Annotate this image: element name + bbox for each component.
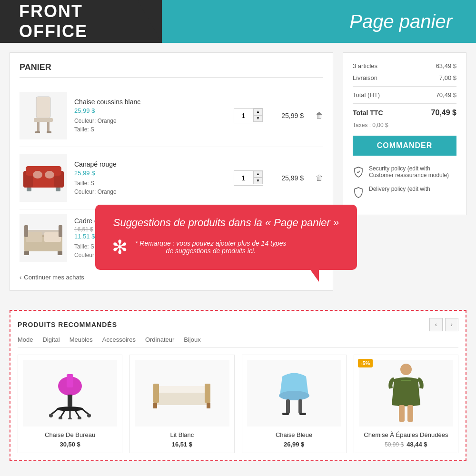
qty-down[interactable]: ▼ xyxy=(253,178,263,184)
discount-badge: -5% xyxy=(358,359,373,367)
page-title: Page panier xyxy=(349,11,452,32)
tooltip-overlay: Suggestions de produits dans la « Page p… xyxy=(95,205,357,270)
svg-rect-9 xyxy=(26,166,61,176)
livraison-row: Livraison 7,00 $ xyxy=(353,74,456,81)
svg-point-48 xyxy=(400,364,412,375)
header-left: FRONT OFFICE xyxy=(0,0,162,43)
product-price: 26,99 $ xyxy=(247,441,341,448)
sofa-red-icon xyxy=(21,161,66,195)
livraison-value: 7,00 $ xyxy=(439,74,456,81)
delivery-policy: Delivery policy (edit with xyxy=(353,186,456,198)
qty-down[interactable]: ▼ xyxy=(253,115,263,122)
qty-wrapper: 1 ▲ ▼ xyxy=(234,108,263,123)
cart-item-attr: Couleur: OrangeTaille: S xyxy=(74,117,227,134)
svg-rect-2 xyxy=(37,122,40,132)
svg-rect-20 xyxy=(24,225,28,237)
cart-item-details: Canapé rouge 25,99 $ Taille: SCouleur: O… xyxy=(74,160,227,196)
svg-point-12 xyxy=(33,171,42,178)
product-image xyxy=(359,360,453,426)
bed-white-icon xyxy=(151,374,213,412)
product-price: 16,51 $ xyxy=(135,441,229,448)
nav-prev-button[interactable]: ‹ xyxy=(429,318,443,331)
qty-number: 1 xyxy=(234,171,253,185)
svg-rect-19 xyxy=(58,251,62,255)
product-image xyxy=(135,360,229,426)
svg-point-13 xyxy=(45,171,54,178)
articles-row: 3 articles 63,49 $ xyxy=(353,62,456,69)
product-card: -5% Chemise À Épaules Dénudées 50,99 $ 4… xyxy=(354,355,458,453)
truck-icon xyxy=(353,187,364,198)
svg-rect-10 xyxy=(27,188,31,191)
tab-meubles[interactable]: Meubles xyxy=(69,336,93,343)
svg-point-34 xyxy=(87,414,91,417)
product-card: Chaise Bleue 26,99 $ xyxy=(242,355,347,453)
svg-rect-46 xyxy=(299,413,306,415)
svg-line-27 xyxy=(75,410,79,417)
svg-rect-50 xyxy=(407,405,413,422)
page-header: FRONT OFFICE Page panier xyxy=(0,0,476,43)
svg-rect-5 xyxy=(47,131,51,133)
divider xyxy=(353,103,456,104)
svg-rect-38 xyxy=(153,384,159,403)
commander-button[interactable]: COMMANDER xyxy=(353,136,456,156)
svg-rect-49 xyxy=(399,405,405,422)
product-name: Chaise De Bureau xyxy=(23,431,117,438)
svg-rect-39 xyxy=(205,384,210,403)
summary-panel: 3 articles 63,49 $ Livraison 7,00 $ Tota… xyxy=(343,52,466,291)
svg-line-28 xyxy=(82,409,89,415)
qty-arrows: ▲ ▼ xyxy=(253,109,263,123)
category-tabs: Mode Digital Meubles Accessoires Ordinat… xyxy=(18,336,458,347)
cart-item-price: 25,99 $ xyxy=(74,169,227,177)
product-price: 30,50 $ xyxy=(23,441,117,448)
total-ttc-value: 70,49 $ xyxy=(431,109,456,117)
asterisk-icon: ✻ xyxy=(112,236,128,258)
total-ttc-row: Total TTC 70,49 $ xyxy=(353,109,456,117)
svg-rect-41 xyxy=(207,403,210,408)
livraison-label: Livraison xyxy=(353,74,377,81)
svg-point-30 xyxy=(49,414,53,417)
tab-bijoux[interactable]: Bijoux xyxy=(184,336,200,343)
taxes-label: Taxes : 0,00 $ xyxy=(353,122,456,129)
product-price-old: 50,99 $ xyxy=(385,441,404,448)
delete-item-button[interactable]: 🗑 xyxy=(316,111,323,120)
tab-mode[interactable]: Mode xyxy=(18,336,33,343)
tab-digital[interactable]: Digital xyxy=(43,336,60,343)
delete-item-button[interactable]: 🗑 xyxy=(316,174,323,182)
product-card: Chaise De Bureau 30,50 $ xyxy=(18,355,122,453)
qty-wrapper: 1 ▲ ▼ xyxy=(234,170,263,186)
product-card: Lit Blanc 16,51 $ xyxy=(129,355,234,453)
cart-item-total: 25,99 $ xyxy=(270,112,304,119)
qty-up[interactable]: ▲ xyxy=(253,109,263,115)
divider xyxy=(353,86,456,87)
articles-value: 63,49 $ xyxy=(436,62,456,69)
svg-rect-36 xyxy=(153,391,210,405)
qty-up[interactable]: ▲ xyxy=(253,171,263,178)
product-name: Lit Blanc xyxy=(135,431,229,438)
product-image xyxy=(23,360,117,426)
product-name: Chaise Bleue xyxy=(247,431,341,438)
nav-next-button[interactable]: › xyxy=(445,318,458,331)
svg-rect-11 xyxy=(56,188,60,191)
svg-rect-44 xyxy=(298,399,302,414)
person-dress-icon xyxy=(387,362,425,424)
tab-accessoires[interactable]: Accessoires xyxy=(102,336,136,343)
blue-chair-icon xyxy=(273,367,316,419)
continue-shopping-link[interactable]: ‹ Continuer mes achats xyxy=(20,274,323,281)
nav-arrows: ‹ › xyxy=(429,318,458,331)
svg-point-31 xyxy=(59,416,62,419)
bed-vintage-icon xyxy=(22,220,65,256)
svg-point-42 xyxy=(279,391,309,400)
total-ht-row: Total (HT) 70,49 $ xyxy=(353,91,456,99)
cart-item-price: 25,99 $ xyxy=(74,107,227,114)
cart-item-total: 25,99 $ xyxy=(270,174,304,182)
cart-title: PANIER xyxy=(20,62,323,78)
tooltip-arrow xyxy=(309,268,319,282)
cart-item-details: Chaise coussins blanc 25,99 $ Couleur: O… xyxy=(74,98,227,134)
svg-rect-3 xyxy=(47,122,50,132)
svg-rect-45 xyxy=(282,413,289,415)
total-ttc-label: Total TTC xyxy=(353,109,383,117)
product-price: 48,44 $ xyxy=(407,441,427,448)
tab-ordinateur[interactable]: Ordinateur xyxy=(145,336,174,343)
products-grid: Chaise De Bureau 30,50 $ Lit Blanc 16,51… xyxy=(18,355,458,453)
qty-arrows: ▲ ▼ xyxy=(253,171,263,185)
